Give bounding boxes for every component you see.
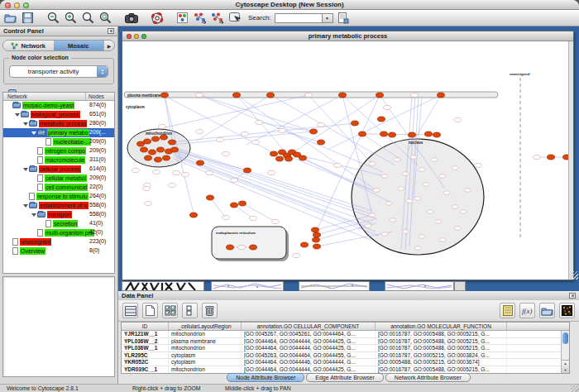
network-node-small[interactable]	[272, 220, 280, 224]
attribute-matrix-icon[interactable]	[559, 303, 575, 318]
network-node-small[interactable]	[196, 130, 203, 134]
network-view-titlebar[interactable]: primary metabolic process	[122, 31, 573, 41]
network-node-small[interactable]	[406, 199, 413, 203]
zoom-fit-icon[interactable]	[98, 11, 112, 25]
network-edge[interactable]	[174, 151, 247, 170]
unselect-attributes-icon[interactable]	[182, 303, 198, 318]
network-tree-row[interactable]: multi-organism pro42(0)	[3, 228, 114, 237]
network-node[interactable]	[318, 140, 325, 145]
network-node-small[interactable]	[279, 129, 286, 133]
tree-expander-icon[interactable]	[31, 213, 37, 217]
table-row[interactable]: YPL036W__2plasma membrane[GO:0044464, GO…	[122, 338, 569, 346]
network-edge[interactable]	[242, 203, 275, 222]
network-node-small[interactable]	[390, 218, 396, 222]
scrollbar-buttons[interactable]: ▲▼	[562, 360, 569, 373]
network-node[interactable]	[233, 93, 241, 98]
network-node[interactable]	[207, 195, 214, 200]
network-tree-row[interactable]: transport558(0)	[3, 210, 114, 219]
network-node[interactable]	[267, 93, 275, 98]
network-node[interactable]	[425, 131, 433, 136]
network-overlay-icon-1[interactable]	[193, 11, 207, 25]
tab-node-attribute-browser[interactable]: Node Attribute Browser	[227, 373, 304, 382]
network-node-small[interactable]	[132, 169, 140, 173]
tab-mosaic[interactable]: Mosaic	[54, 41, 104, 50]
network-node-small[interactable]	[250, 217, 257, 221]
network-node-small[interactable]	[402, 230, 409, 233]
network-node-small[interactable]	[318, 123, 325, 127]
network-node[interactable]	[299, 155, 307, 160]
network-node[interactable]	[197, 160, 204, 165]
network-tree-row[interactable]: mosaic-demo-yeast874(0)	[3, 101, 114, 110]
network-tree-row[interactable]: nitrogen compo209(0)	[3, 146, 114, 155]
network-node[interactable]	[352, 121, 359, 126]
float-panel-icon[interactable]	[108, 28, 114, 34]
select-attributes-icon[interactable]	[162, 303, 178, 318]
network-node-small[interactable]	[411, 93, 419, 98]
network-node[interactable]	[548, 155, 555, 160]
network-edge[interactable]	[292, 95, 380, 153]
network-node[interactable]	[389, 132, 396, 137]
network-node[interactable]	[310, 129, 318, 134]
network-node-small[interactable]	[427, 210, 433, 213]
network-node-small[interactable]	[439, 174, 446, 178]
network-node[interactable]	[169, 140, 176, 145]
network-node-small[interactable]	[206, 171, 213, 175]
attribute-list-icon[interactable]	[500, 303, 515, 318]
network-node[interactable]	[163, 155, 170, 160]
network-node-small[interactable]	[252, 141, 260, 145]
network-node-small[interactable]	[419, 235, 425, 238]
network-edge[interactable]	[309, 95, 372, 164]
network-node-small[interactable]	[238, 246, 246, 250]
network-tree-row[interactable]: unassigned223(0)	[3, 237, 114, 246]
network-node[interactable]	[250, 245, 257, 250]
network-node[interactable]	[144, 139, 151, 144]
network-node-small[interactable]	[196, 93, 203, 98]
network-node[interactable]	[313, 232, 321, 237]
network-node[interactable]	[433, 132, 441, 137]
network-node-small[interactable]	[414, 197, 421, 200]
zoom-in-icon[interactable]	[64, 11, 78, 25]
network-node-small[interactable]	[173, 171, 180, 175]
tree-expander-icon[interactable]	[22, 204, 29, 208]
network-tree-row[interactable]: cellular metabol209(0)	[3, 174, 114, 183]
network-node[interactable]	[438, 93, 445, 98]
network-node-small[interactable]	[223, 152, 230, 156]
network-node-small[interactable]	[381, 174, 388, 178]
network-node-small[interactable]	[217, 138, 224, 142]
network-node-small[interactable]	[402, 172, 409, 175]
table-vertical-scrollbar[interactable]: ▲▼	[561, 331, 569, 373]
network-node-small[interactable]	[435, 220, 442, 223]
network-node[interactable]	[152, 136, 160, 141]
tree-expander-icon[interactable]	[31, 131, 37, 135]
network-node[interactable]	[380, 131, 388, 136]
network-tree-row[interactable]: biological_process651(0)	[3, 110, 114, 119]
network-node[interactable]	[276, 156, 284, 161]
network-node-small[interactable]	[169, 184, 176, 188]
network-tree-row[interactable]: Overview8(0)	[3, 246, 114, 256]
float-panel-icon[interactable]	[569, 293, 576, 299]
network-node[interactable]	[313, 237, 320, 242]
network-node-small[interactable]	[394, 158, 400, 161]
network-node-small[interactable]	[293, 254, 300, 258]
network-node[interactable]	[137, 141, 145, 146]
network-node-small[interactable]	[475, 164, 482, 168]
network-node-small[interactable]	[369, 213, 376, 217]
network-node-small[interactable]	[159, 125, 166, 129]
network-node[interactable]	[339, 93, 347, 98]
tab-overflow-arrow[interactable]: ▶	[103, 41, 114, 50]
vizmapper-icon[interactable]	[175, 11, 189, 25]
network-edge[interactable]	[162, 95, 309, 128]
network-node-small[interactable]	[414, 246, 421, 250]
network-node[interactable]	[145, 155, 152, 160]
app-resize-grip[interactable]	[571, 385, 579, 392]
background-window-5[interactable]	[454, 281, 466, 291]
help-lifering-icon[interactable]	[150, 11, 164, 25]
network-node[interactable]	[301, 242, 309, 247]
network-tree-row[interactable]: macromolecule311(0)	[3, 155, 114, 165]
network-tree-row[interactable]: nucleobase-...209(0)	[3, 137, 114, 146]
network-overlay-icon-2[interactable]	[210, 11, 224, 25]
attribute-table-icon[interactable]	[122, 303, 138, 318]
background-window-4[interactable]	[385, 281, 454, 291]
delete-attribute-icon[interactable]	[202, 303, 218, 318]
background-window-2[interactable]	[211, 281, 284, 291]
